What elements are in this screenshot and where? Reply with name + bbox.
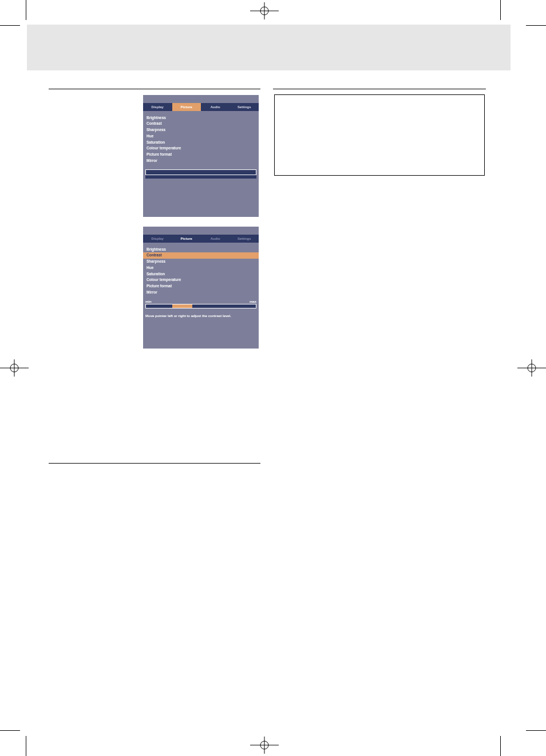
- tab-audio: Audio: [201, 235, 230, 243]
- header-band: [27, 25, 511, 70]
- tab-picture: Picture: [172, 103, 201, 111]
- section-divider: [49, 89, 260, 89]
- cropmark: [526, 730, 546, 731]
- slider-labels: min max: [145, 300, 256, 303]
- registration-mark-icon: [0, 359, 29, 377]
- slider-track: [145, 304, 256, 308]
- osd-tabbar: Display Picture Audio Settings: [143, 103, 259, 111]
- slider-fill: [172, 304, 192, 308]
- osd-screenshot-picture-menu: Display Picture Audio Settings Brightnes…: [143, 95, 259, 217]
- tab-audio: Audio: [201, 103, 230, 111]
- cropmark: [0, 730, 20, 731]
- menu-item-picture-format: Picture format: [145, 152, 256, 158]
- cropmark: [500, 736, 501, 756]
- tab-display: Display: [143, 103, 172, 111]
- menu-item-sharpness: Sharpness: [145, 259, 256, 265]
- menu-item-colour-temperature: Colour temperature: [145, 145, 256, 152]
- osd-info-box: [145, 169, 256, 175]
- slider-min-label: min: [145, 300, 152, 303]
- menu-item-contrast: Contrast: [145, 121, 256, 127]
- registration-mark-icon: [250, 2, 279, 19]
- tab-display: Display: [143, 235, 172, 243]
- menu-item-sharpness: Sharpness: [145, 127, 256, 133]
- cropmark: [26, 736, 26, 756]
- osd-menu-list: Brightness Contrast Sharpness Hue Satura…: [143, 243, 259, 295]
- tab-settings: Settings: [230, 235, 259, 243]
- menu-item-mirror: Mirror: [145, 290, 256, 296]
- menu-item-hue: Hue: [145, 264, 256, 271]
- cropmark: [0, 25, 20, 26]
- osd-info-box-bottom: [145, 175, 256, 179]
- menu-item-brightness: Brightness: [145, 114, 256, 121]
- menu-item-picture-format: Picture format: [145, 283, 256, 290]
- osd-tabbar: Display Picture Audio Settings: [143, 235, 259, 243]
- osd-screenshot-contrast-adjust: Display Picture Audio Settings Brightnes…: [143, 227, 259, 349]
- menu-item-saturation: Saturation: [145, 271, 256, 277]
- cropmark: [500, 0, 501, 20]
- section-divider: [273, 89, 486, 89]
- menu-item-hue: Hue: [145, 133, 256, 139]
- menu-item-brightness: Brightness: [145, 246, 256, 252]
- osd-hint-text: Move pointer left or right to adjust the…: [145, 314, 256, 318]
- menu-item-contrast-selected: Contrast: [143, 252, 259, 259]
- menu-item-mirror: Mirror: [145, 158, 256, 164]
- callout-box: [274, 94, 485, 176]
- slider-max-label: max: [250, 300, 256, 303]
- registration-mark-icon: [517, 359, 546, 377]
- section-divider: [49, 463, 260, 464]
- registration-mark-icon: [250, 737, 279, 754]
- menu-item-saturation: Saturation: [145, 139, 256, 145]
- cropmark: [526, 25, 546, 26]
- tab-settings: Settings: [230, 103, 259, 111]
- menu-item-colour-temperature: Colour temperature: [145, 277, 256, 283]
- tab-picture: Picture: [172, 235, 201, 243]
- osd-menu-list: Brightness Contrast Sharpness Hue Satura…: [143, 111, 259, 164]
- cropmark: [26, 0, 26, 20]
